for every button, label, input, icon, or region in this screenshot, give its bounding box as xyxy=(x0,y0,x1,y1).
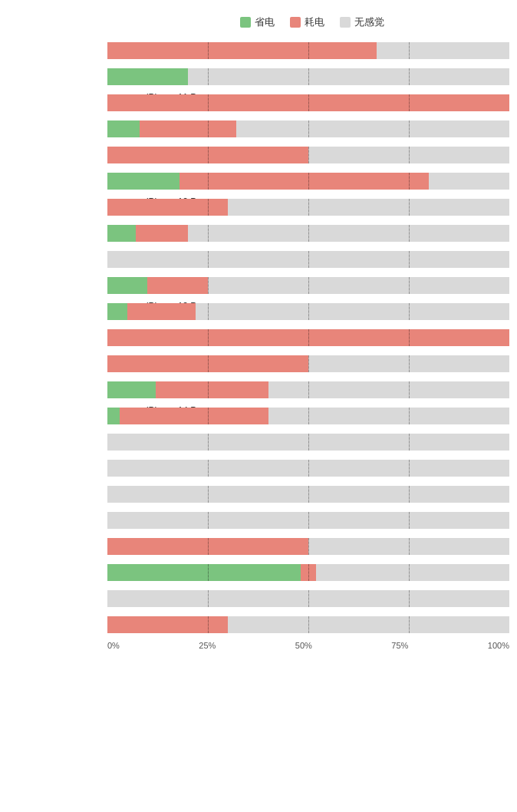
bar-track-wrapper xyxy=(107,616,509,633)
grid-line xyxy=(308,303,309,320)
bar-row: iPhone 12 xyxy=(107,117,509,141)
bar-segment-red xyxy=(147,277,208,294)
bar-row: iPhone 8 xyxy=(107,430,509,454)
grid-line xyxy=(308,616,309,633)
bar-row: iPhone 14 ProMax xyxy=(107,404,509,428)
grid-line xyxy=(409,434,410,451)
bar-track xyxy=(107,590,509,607)
bar-row: iPhone 13 xyxy=(107,221,509,246)
bar-segment-red xyxy=(120,408,268,424)
grid-line xyxy=(409,616,410,633)
bar-row: iPhone 8 Plus xyxy=(107,456,509,480)
bar-segment-red xyxy=(140,120,236,137)
grid-line xyxy=(308,68,309,85)
bar-track-wrapper xyxy=(107,94,509,111)
grid-line xyxy=(409,147,410,163)
legend-item: 无感觉 xyxy=(340,15,384,29)
bar-track xyxy=(107,434,509,451)
grid-line xyxy=(208,408,209,424)
grid-line xyxy=(409,381,410,398)
grid-line xyxy=(409,199,410,216)
grid-line xyxy=(308,147,309,163)
grid-line xyxy=(409,303,410,320)
grid-line xyxy=(409,120,410,137)
bar-track xyxy=(107,199,509,216)
grid-line xyxy=(308,564,309,581)
bar-segment-green xyxy=(107,408,120,424)
bar-segment-green xyxy=(107,381,156,398)
bar-track-wrapper xyxy=(107,42,509,59)
grid-line xyxy=(409,564,410,581)
bar-track-wrapper xyxy=(107,251,509,268)
grid-line xyxy=(308,199,309,216)
bar-segment-red xyxy=(107,199,228,216)
bar-segment-red xyxy=(127,303,196,320)
bar-segment-green xyxy=(107,564,301,581)
grid-line xyxy=(208,42,209,59)
bar-segment-red xyxy=(156,381,268,398)
grid-line xyxy=(308,173,309,190)
grid-line xyxy=(208,329,209,346)
grid-line xyxy=(208,199,209,216)
bar-row: iPhone 11 xyxy=(107,38,509,63)
bar-track xyxy=(107,303,509,320)
legend-item: 耗电 xyxy=(290,15,324,29)
grid-line xyxy=(208,512,209,529)
legend-label: 耗电 xyxy=(305,15,324,29)
x-axis-label: 0% xyxy=(107,641,120,650)
grid-line xyxy=(308,94,309,111)
bar-track-wrapper xyxy=(107,303,509,320)
grid-line xyxy=(208,225,209,242)
bar-row: iPhone 12 ProMax xyxy=(107,195,509,220)
grid-line xyxy=(208,120,209,137)
bar-track-wrapper xyxy=(107,225,509,242)
bar-track-wrapper xyxy=(107,590,509,607)
grid-line xyxy=(409,329,410,346)
legend-dot xyxy=(290,17,301,28)
bar-row: iPhone 12 Pro xyxy=(107,169,509,193)
grid-line xyxy=(208,434,209,451)
grid-line xyxy=(308,355,309,372)
legend-dot xyxy=(240,17,251,28)
bar-track-wrapper xyxy=(107,277,509,294)
bar-track xyxy=(107,225,509,242)
grid-line xyxy=(308,486,309,503)
bar-segment-green xyxy=(107,173,179,190)
grid-line xyxy=(409,486,410,503)
bar-row: iPhone 13 mini xyxy=(107,247,509,272)
bar-track xyxy=(107,329,509,346)
bar-track-wrapper xyxy=(107,355,509,372)
bar-segment-green xyxy=(107,277,147,294)
bar-track-wrapper xyxy=(107,68,509,85)
grid-line xyxy=(308,408,309,424)
bar-track-wrapper xyxy=(107,408,509,424)
bar-row: iPhone 14 Pro xyxy=(107,378,509,402)
grid-line xyxy=(409,42,410,59)
bar-row: iPhone 11 Pro xyxy=(107,64,509,89)
bar-row: iPhone XS Max xyxy=(107,612,509,637)
legend-item: 省电 xyxy=(240,15,275,29)
bar-track xyxy=(107,120,509,137)
grid-line xyxy=(208,538,209,555)
grid-line xyxy=(208,616,209,633)
bar-row: iPhone 13 Pro xyxy=(107,273,509,298)
bar-track xyxy=(107,408,509,424)
bar-track xyxy=(107,277,509,294)
legend-dot xyxy=(340,17,351,28)
grid-line xyxy=(409,590,410,607)
grid-line xyxy=(308,42,309,59)
bar-track xyxy=(107,460,509,477)
grid-line xyxy=(409,460,410,477)
grid-line xyxy=(409,408,410,424)
grid-line xyxy=(208,251,209,268)
bar-track xyxy=(107,355,509,372)
grid-line xyxy=(308,329,309,346)
bar-row: iPhone 14 xyxy=(107,325,509,350)
grid-line xyxy=(308,590,309,607)
grid-line xyxy=(208,564,209,581)
bar-segment-green xyxy=(107,120,140,137)
x-axis-label: 50% xyxy=(295,641,312,650)
grid-line xyxy=(208,277,209,294)
bar-row: iPhone 14 Plus xyxy=(107,352,509,376)
legend-label: 无感觉 xyxy=(354,15,384,29)
